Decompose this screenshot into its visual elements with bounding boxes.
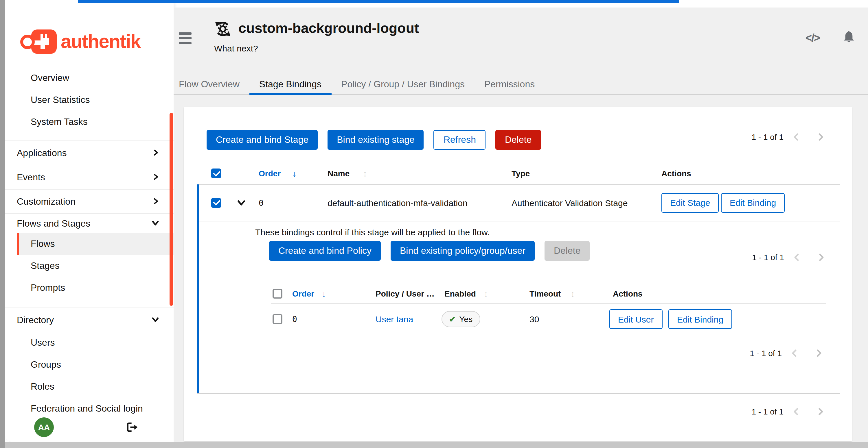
sidebar-scrollbar[interactable]	[169, 113, 173, 306]
stage-toolbar: Create and bind Stage Bind existing stag…	[207, 130, 541, 150]
screen: authentik Overview User Statistics Syste…	[0, 0, 868, 448]
cell-timeout: 30	[529, 314, 539, 324]
cell-order: 0	[292, 314, 297, 324]
pagination-policy-bottom: 1 - 1 of 1	[750, 349, 824, 358]
sidebar-item-directory[interactable]: Directory	[5, 308, 174, 332]
sidebar-item-stages[interactable]: Stages	[5, 255, 174, 277]
sidebar-item-flows[interactable]: Flows	[17, 233, 174, 255]
chevron-down-icon	[152, 218, 159, 229]
expanded-row-accent-bar	[197, 184, 199, 393]
panel-description: These bindings control if this stage wil…	[255, 227, 490, 237]
notifications-bell-icon[interactable]	[842, 31, 855, 44]
app-window: authentik Overview User Statistics Syste…	[5, 3, 868, 442]
select-all-checkbox[interactable]	[273, 288, 282, 298]
main-area: custom-background-logout What next? </> …	[174, 7, 868, 442]
chevron-right-icon	[152, 172, 159, 182]
avatar[interactable]: AA	[34, 417, 54, 437]
sidebar-item-events[interactable]: Events	[5, 165, 174, 189]
pagination-top: 1 - 1 of 1	[751, 132, 825, 142]
sortable-icon[interactable]: ↕	[570, 288, 575, 298]
page-next-icon[interactable]	[816, 253, 826, 262]
page-prev-icon[interactable]	[792, 407, 801, 416]
account-row: AA	[34, 417, 138, 437]
sidebar-item-prompts[interactable]: Prompts	[5, 277, 174, 299]
chevron-right-icon	[152, 148, 159, 158]
page-prev-icon[interactable]	[792, 132, 801, 142]
row-checkbox[interactable]	[273, 314, 282, 324]
delete-button[interactable]: Delete	[496, 130, 541, 150]
column-actions: Actions	[613, 289, 643, 298]
select-all-checkbox[interactable]	[211, 169, 221, 178]
sort-desc-icon[interactable]: ↓	[292, 169, 297, 178]
brand-wordmark: authentik	[61, 31, 140, 53]
tab-stage-bindings[interactable]: Stage Bindings	[249, 75, 331, 94]
column-timeout[interactable]: Timeout	[529, 289, 561, 298]
tab-flow-overview[interactable]: Flow Overview	[179, 75, 249, 94]
create-and-bind-stage-button[interactable]: Create and bind Stage	[207, 130, 318, 150]
policy-bindings-panel: These bindings control if this stage wil…	[197, 221, 840, 394]
sidebar-item-system-tasks[interactable]: System Tasks	[5, 111, 174, 133]
window-edge-bottom	[5, 442, 868, 448]
column-policy-user[interactable]: Policy / User …	[376, 289, 435, 298]
tab-policy-group-user-bindings[interactable]: Policy / Group / User Bindings	[331, 75, 474, 94]
page-next-icon[interactable]	[816, 132, 825, 142]
page-prev-icon[interactable]	[792, 253, 802, 262]
refresh-button[interactable]: Refresh	[434, 130, 486, 150]
sidebar-item-users[interactable]: Users	[5, 332, 174, 354]
policy-table-header: Order ↓ Policy / User … Enabled ↕ Timeou…	[271, 283, 826, 304]
api-code-icon[interactable]: </>	[806, 32, 820, 44]
delete-policy-button[interactable]: Delete	[545, 241, 590, 261]
sortable-icon[interactable]: ↕	[363, 169, 367, 178]
sidebar-item-applications[interactable]: Applications	[5, 141, 174, 165]
sidebar-nav: Overview User Statistics System Tasks Ap…	[5, 67, 174, 420]
edit-binding-button[interactable]: Edit Binding	[721, 193, 785, 212]
policy-binding-row: 0 User tana ✔ Yes 30 Edit User Edit Bind…	[271, 304, 826, 335]
policy-user-link[interactable]: User tana	[376, 314, 413, 324]
sidebar-item-groups[interactable]: Groups	[5, 354, 174, 376]
browser-loading-bar	[78, 0, 679, 3]
page-next-icon[interactable]	[816, 407, 825, 416]
edit-user-button[interactable]: Edit User	[609, 309, 662, 329]
create-and-bind-policy-button[interactable]: Create and bind Policy	[269, 241, 381, 261]
sortable-icon[interactable]: ↕	[484, 288, 488, 298]
logo-key-icon	[31, 30, 57, 54]
column-actions: Actions	[661, 169, 691, 178]
page-next-icon[interactable]	[814, 349, 824, 358]
chevron-right-icon	[152, 196, 159, 207]
sidebar-item-overview[interactable]: Overview	[5, 67, 174, 89]
authentik-logo[interactable]: authentik	[20, 28, 140, 55]
logout-icon[interactable]	[126, 421, 138, 434]
edit-binding-button[interactable]: Edit Binding	[669, 309, 732, 329]
edit-stage-button[interactable]: Edit Stage	[661, 193, 719, 212]
column-order[interactable]: Order	[259, 169, 281, 178]
sidebar-item-roles[interactable]: Roles	[5, 376, 174, 398]
cell-order: 0	[259, 198, 264, 207]
sort-desc-icon[interactable]: ↓	[322, 288, 326, 298]
page-title: custom-background-logout	[239, 20, 419, 36]
sidebar-item-flows-and-stages[interactable]: Flows and Stages	[5, 214, 174, 233]
sidebar-item-federation-social-login[interactable]: Federation and Social login	[5, 398, 174, 420]
stage-binding-row: 0 default-authentication-mfa-validation …	[197, 184, 840, 221]
menu-toggle-icon[interactable]	[179, 32, 191, 44]
sidebar-item-customization[interactable]: Customization	[5, 189, 174, 213]
sidebar-item-user-statistics[interactable]: User Statistics	[5, 89, 174, 111]
pagination-policy-top: 1 - 1 of 1	[752, 253, 826, 262]
logo-key-ring-icon	[20, 34, 35, 49]
column-order[interactable]: Order	[292, 289, 314, 298]
enabled-badge: ✔ Yes	[441, 311, 480, 327]
bind-existing-stage-button[interactable]: Bind existing stage	[328, 130, 424, 150]
window-edge-left	[0, 0, 5, 448]
page-prev-icon[interactable]	[790, 349, 799, 358]
row-checkbox[interactable]	[211, 198, 221, 208]
column-name[interactable]: Name	[328, 169, 349, 178]
column-enabled[interactable]: Enabled	[444, 289, 476, 298]
stage-table-header: Order ↓ Name ↕ Type Actions	[197, 163, 840, 185]
active-tab-underline	[249, 93, 331, 95]
tab-permissions[interactable]: Permissions	[474, 75, 545, 94]
check-icon: ✔	[449, 314, 456, 324]
row-expand-chevron-icon[interactable]	[237, 198, 246, 207]
stage-bindings-card: Create and bind Stage Bind existing stag…	[184, 107, 852, 441]
cell-name: default-authentication-mfa-validation	[328, 198, 468, 208]
page-subtitle: What next?	[214, 43, 258, 53]
bind-existing-policy-button[interactable]: Bind existing policy/group/user	[391, 241, 535, 261]
